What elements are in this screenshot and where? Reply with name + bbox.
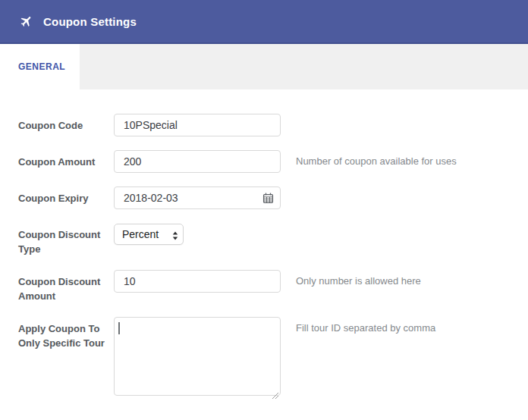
tab-bar: GENERAL xyxy=(0,44,528,89)
coupon-code-input[interactable] xyxy=(114,114,281,136)
form-row-coupon-discount-amount: Coupon Discount Amount Only number is al… xyxy=(18,270,510,303)
header-bar: Coupon Settings xyxy=(0,0,528,44)
form-row-apply-coupon-tours: Apply Coupon To Only Specific Tour Fill … xyxy=(18,317,510,399)
tab-general-label: GENERAL xyxy=(18,61,65,72)
coupon-discount-type-select[interactable]: Percent xyxy=(114,224,184,245)
form-row-coupon-discount-type: Coupon Discount Type Percent xyxy=(18,223,510,256)
apply-coupon-tours-label: Apply Coupon To Only Specific Tour xyxy=(18,317,114,350)
coupon-discount-amount-label: Coupon Discount Amount xyxy=(18,270,114,303)
apply-coupon-tours-textarea[interactable] xyxy=(114,317,281,396)
coupon-code-label: Coupon Code xyxy=(18,114,114,133)
form-row-coupon-code: Coupon Code xyxy=(18,114,510,136)
apply-coupon-tours-help: Fill tour ID separated by comma xyxy=(296,317,435,334)
calendar-icon[interactable] xyxy=(262,193,274,204)
form-row-coupon-expiry: Coupon Expiry xyxy=(18,186,510,209)
resize-grip-icon[interactable] xyxy=(272,388,278,395)
coupon-expiry-input[interactable] xyxy=(114,186,281,209)
form-row-coupon-amount: Coupon Amount Number of coupon available… xyxy=(18,150,510,173)
coupon-expiry-label: Coupon Expiry xyxy=(18,186,114,205)
coupon-discount-amount-input[interactable] xyxy=(114,270,281,293)
coupon-discount-amount-help: Only number is allowed here xyxy=(296,270,421,287)
coupon-amount-input[interactable] xyxy=(114,150,281,173)
page-title: Coupon Settings xyxy=(43,15,137,28)
airplane-icon xyxy=(20,14,33,28)
coupon-discount-type-label: Coupon Discount Type xyxy=(18,223,114,256)
coupon-settings-form: Coupon Code Coupon Amount Number of coup… xyxy=(0,89,528,399)
coupon-amount-label: Coupon Amount xyxy=(18,150,114,169)
coupon-amount-help: Number of coupon available for uses xyxy=(296,150,457,167)
tab-general[interactable]: GENERAL xyxy=(0,44,80,89)
